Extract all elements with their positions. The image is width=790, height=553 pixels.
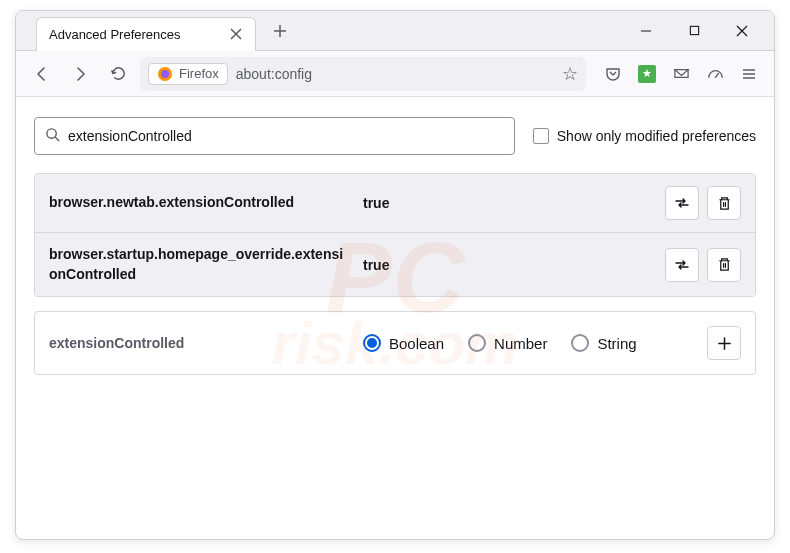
checkbox-label-text: Show only modified preferences: [557, 128, 756, 144]
radio-label: Number: [494, 335, 547, 352]
prefs-table: browser.newtab.extensionControlled true …: [34, 173, 756, 297]
close-tab-icon[interactable]: [229, 27, 243, 41]
minimize-button[interactable]: [632, 17, 660, 45]
pref-name: browser.newtab.extensionControlled: [49, 193, 349, 213]
pref-row: browser.startup.homepage_override.extens…: [35, 233, 755, 296]
pref-value: true: [363, 257, 651, 273]
search-box[interactable]: [34, 117, 515, 155]
window-controls: [632, 17, 774, 45]
radio-number[interactable]: Number: [468, 334, 547, 352]
about-config-content: Show only modified preferences browser.n…: [16, 97, 774, 395]
radio-string[interactable]: String: [571, 334, 636, 352]
firefox-logo-icon: [157, 66, 173, 82]
tab-title: Advanced Preferences: [49, 27, 219, 42]
new-pref-row: extensionControlled Boolean Number Strin…: [34, 311, 756, 375]
identity-box[interactable]: Firefox: [148, 63, 228, 85]
identity-label: Firefox: [179, 66, 219, 81]
search-row: Show only modified preferences: [34, 117, 756, 155]
dashboard-icon[interactable]: [700, 59, 730, 89]
maximize-button[interactable]: [680, 17, 708, 45]
radio-boolean[interactable]: Boolean: [363, 334, 444, 352]
svg-point-2: [161, 70, 169, 78]
bookmark-star-icon[interactable]: ☆: [562, 63, 578, 85]
delete-button[interactable]: [707, 186, 741, 220]
back-button[interactable]: [26, 58, 58, 90]
new-pref-name: extensionControlled: [49, 335, 349, 351]
pref-name: browser.startup.homepage_override.extens…: [49, 245, 349, 284]
svg-point-3: [47, 128, 56, 137]
browser-tab[interactable]: Advanced Preferences: [36, 17, 256, 51]
pref-actions: [665, 186, 741, 220]
radio-icon: [571, 334, 589, 352]
close-window-button[interactable]: [728, 17, 756, 45]
forward-button[interactable]: [64, 58, 96, 90]
pocket-icon[interactable]: [598, 59, 628, 89]
pref-value: true: [363, 195, 651, 211]
checkbox-icon: [533, 128, 549, 144]
reload-button[interactable]: [102, 58, 134, 90]
radio-label: String: [597, 335, 636, 352]
radio-label: Boolean: [389, 335, 444, 352]
pref-row: browser.newtab.extensionControlled true: [35, 174, 755, 233]
search-icon: [45, 127, 60, 146]
toggle-button[interactable]: [665, 186, 699, 220]
toggle-button[interactable]: [665, 248, 699, 282]
url-input[interactable]: [236, 66, 554, 82]
extension-green-icon[interactable]: ★: [632, 59, 662, 89]
type-radio-group: Boolean Number String: [363, 334, 693, 352]
delete-button[interactable]: [707, 248, 741, 282]
add-button[interactable]: [707, 326, 741, 360]
new-tab-button[interactable]: [266, 17, 294, 45]
toolbar: Firefox ☆ ★: [16, 51, 774, 97]
mail-icon[interactable]: [666, 59, 696, 89]
pref-actions: [665, 248, 741, 282]
show-modified-checkbox[interactable]: Show only modified preferences: [533, 128, 756, 144]
browser-window: Advanced Preferences Firefox: [15, 10, 775, 540]
menu-button[interactable]: [734, 59, 764, 89]
toolbar-extensions: ★: [598, 59, 764, 89]
titlebar: Advanced Preferences: [16, 11, 774, 51]
svg-rect-0: [690, 26, 698, 34]
radio-icon: [363, 334, 381, 352]
radio-icon: [468, 334, 486, 352]
url-bar[interactable]: Firefox ☆: [140, 57, 586, 91]
search-input[interactable]: [68, 128, 504, 144]
